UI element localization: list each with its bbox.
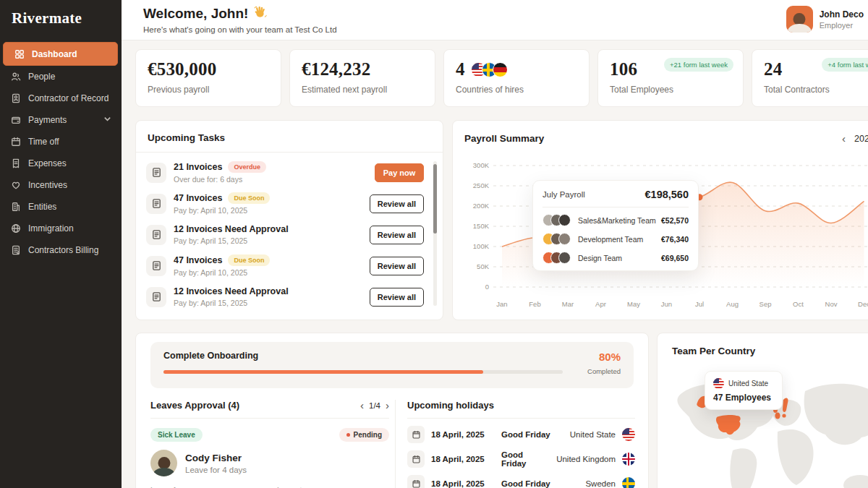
sidebar-item-dashboard[interactable]: Dashboard [3,42,118,66]
svg-text:200K: 200K [473,202,490,210]
holiday-row: 18 April, 2025 Good Friday United Kingdo… [407,450,635,468]
holiday-country: Sweden [585,479,616,488]
country-flags [471,62,508,77]
sidebar-item-contractors-billing[interactable]: Contractors Billing [0,239,122,261]
review-all-button[interactable]: Review all [370,288,424,307]
pay-now-button[interactable]: Pay now [375,163,424,182]
svg-text:Feb: Feb [529,300,540,308]
payroll-title: Payroll Summary [464,133,544,144]
map-title: Team Per Country [672,346,755,356]
svg-text:250K: 250K [473,181,490,189]
holiday-country: United State [570,430,616,439]
stat-trend-badge: +21 form last week [664,58,733,72]
invoice-icon [10,245,21,256]
svg-text:Dec: Dec [858,300,868,308]
svg-text:50K: 50K [477,262,490,270]
review-all-button[interactable]: Review all [370,257,424,275]
task-list: 21 Invoices Overdue Over due for: 6 days… [136,153,443,312]
welcome-text: Welcome, John! [143,6,248,22]
svg-text:300K: 300K [473,161,490,169]
stat-label: Total Employees [610,85,731,95]
sidebar-nav: Dashboard People Contractor of Record Pa… [0,42,122,261]
user-avatar [786,6,813,33]
holiday-date: 18 April, 2025 [431,430,495,439]
svg-text:Jan: Jan [496,300,507,308]
sidebar-item-payments[interactable]: Payments [0,109,122,131]
task-status-badge: Due Soon [228,192,270,204]
svg-text:Mar: Mar [562,300,574,308]
uk-flag-icon [622,453,635,466]
task-title: 12 Invoices Need Approval [174,224,289,234]
upcoming-holidays-section: Upcoming holidays 18 April, 2025 Good Fr… [407,400,635,488]
stat-card-previous-payroll: €530,000 Previous payroll [135,49,281,107]
sidebar-item-contractor-of-record[interactable]: Contractor of Record [0,87,122,109]
task-status-badge: Due Soon [228,254,270,266]
stat-card-total-employees: 106 Total Employees +21 form last week [597,49,744,107]
svg-text:Sep: Sep [760,300,772,308]
map-tooltip: United State 47 Employees [705,371,783,410]
leave-type-badge: Sick Leave [150,428,203,442]
user-menu[interactable]: John Deco Employer [786,6,864,33]
dashboard-page: Rivermate Dashboard People Contractor of… [0,0,868,488]
sidebar-item-label: Expenses [28,158,67,168]
task-status-badge: Overdue [228,161,266,173]
divider [150,418,389,419]
holidays-title: Upcoming holidays [407,400,494,411]
svg-text:May: May [627,300,640,308]
review-all-button[interactable]: Review all [370,194,424,213]
de-flag-icon [493,62,508,77]
people-icon [10,72,21,82]
upcoming-tasks-panel: Upcoming Tasks 21 Invoices Overdue Over … [135,120,443,320]
us-flag-icon [622,428,635,441]
invoice-icon [146,287,166,307]
sidebar-item-entities[interactable]: Entities [0,196,122,218]
divider [407,418,635,419]
sidebar-item-expenses[interactable]: Expenses [0,153,122,174]
sidebar-item-label: Incentives [28,180,67,190]
waving-hand-icon [253,5,267,22]
task-row: 21 Invoices Overdue Over due for: 6 days… [146,157,424,188]
tooltip-title: July Payroll [542,190,585,199]
invoice-icon [146,194,166,214]
leave-status-badge: Pending [339,428,389,442]
review-all-button[interactable]: Review all [370,226,424,244]
holiday-name: Good Friday [501,430,563,439]
globe-icon [10,223,21,234]
chevron-right-icon[interactable]: › [386,400,389,411]
stat-value: €530,000 [148,59,269,80]
sidebar-item-incentives[interactable]: Incentives [0,174,122,196]
holiday-name: Good Friday [501,450,550,468]
stat-card-next-payroll: €124,232 Estimated next payroll [289,49,435,107]
scrollbar-thumb[interactable] [433,164,437,234]
holiday-date: 18 April, 2025 [431,455,495,463]
stat-card-countries: 4 Countries of hires [443,49,590,107]
svg-text:Nov: Nov [825,300,838,308]
sidebar-item-label: Contractors Billing [28,245,98,255]
tooltip-country: United State [728,380,768,388]
svg-text:Oct: Oct [793,300,804,308]
tooltip-total: €198,560 [645,189,689,200]
leave-request-row[interactable]: Cody Fisher Leave for 4 days [150,450,389,476]
tasks-scrollbar[interactable] [433,161,437,306]
stat-label: Previous payroll [148,85,269,95]
sidebar-item-label: Payments [28,115,67,125]
heart-icon [10,180,21,191]
svg-text:Jul: Jul [695,300,704,308]
sidebar-item-time-off[interactable]: Time off [0,131,122,153]
task-title: 47 Invoices [174,193,222,203]
sidebar-item-immigration[interactable]: Immigration [0,218,122,239]
sidebar-item-people[interactable]: People [0,66,122,87]
onboarding-progressbar [163,370,563,374]
team-name: Sales&Marketing Team [578,216,656,225]
team-avatars [542,214,573,226]
chevron-left-icon[interactable]: ‹ [360,400,364,411]
chevron-down-icon [103,115,111,125]
stat-card-total-contractors: 24 Total Contractors +4 form last week [752,49,868,107]
chevron-left-icon[interactable]: ‹ [842,133,846,144]
task-due: Pay by: April 10, 2025 [174,268,362,277]
se-flag-icon [622,477,635,488]
team-per-country-panel: Team Per Country [657,333,868,488]
stat-value: 4 [456,59,465,80]
svg-text:0: 0 [485,283,489,291]
task-due: Pay by: April 15, 2025 [174,236,362,245]
